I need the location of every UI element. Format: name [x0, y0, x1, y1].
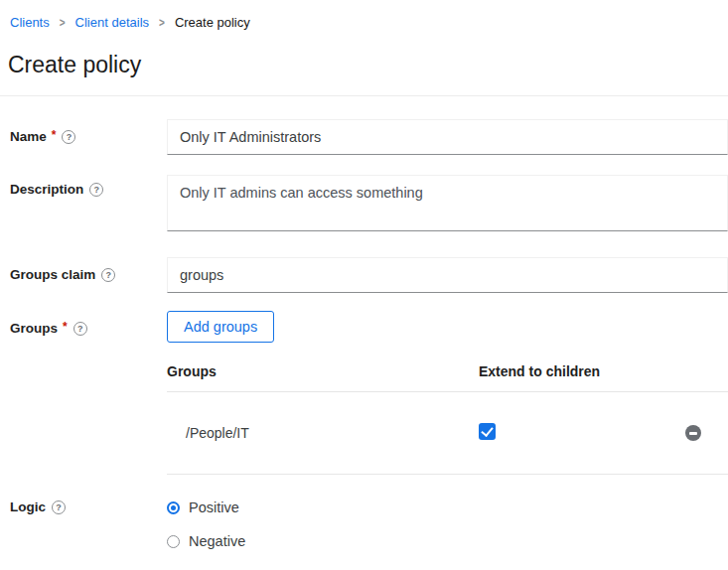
help-icon[interactable] — [89, 183, 103, 197]
name-label-group: Name * — [10, 127, 167, 147]
radio-unselected-icon[interactable] — [167, 535, 180, 548]
description-textarea[interactable]: Only IT admins can access something — [167, 175, 728, 231]
create-policy-page: Clients > Client details > Create policy… — [0, 0, 728, 570]
help-icon[interactable] — [73, 322, 87, 336]
groups-label-group: Groups * — [10, 311, 167, 339]
name-field-wrap — [167, 119, 728, 155]
name-input[interactable] — [167, 119, 728, 155]
groups-claim-field-wrap — [167, 257, 728, 293]
column-header-groups: Groups — [167, 351, 479, 391]
logic-row: Logic Positive Negative — [10, 498, 728, 551]
radio-negative[interactable]: Negative — [167, 531, 728, 551]
groups-claim-label-group: Groups claim — [10, 265, 167, 285]
description-label-group: Description — [10, 175, 167, 200]
page-title: Create policy — [8, 50, 728, 79]
title-divider — [0, 95, 728, 96]
group-path-cell: /People/IT — [167, 425, 479, 441]
help-icon[interactable] — [101, 268, 115, 282]
row-actions — [668, 425, 728, 441]
help-icon[interactable] — [62, 130, 75, 144]
column-header-extend: Extend to children — [479, 351, 668, 391]
breadcrumb-clients[interactable]: Clients — [10, 15, 50, 30]
groups-table: Groups Extend to children /People/IT — [167, 351, 728, 475]
logic-label: Logic — [10, 498, 46, 517]
groups-field-wrap: Add groups Groups Extend to children /Pe… — [167, 311, 728, 475]
breadcrumb-client-details[interactable]: Client details — [75, 15, 149, 30]
groups-row: Groups * Add groups Groups Extend to chi… — [10, 311, 728, 475]
chevron-right-icon: > — [159, 16, 165, 29]
description-label: Description — [10, 180, 83, 200]
extend-to-children-checkbox[interactable] — [479, 423, 496, 440]
groups-label: Groups — [10, 319, 58, 339]
groups-claim-row: Groups claim — [10, 257, 728, 293]
logic-label-group: Logic — [10, 498, 167, 517]
breadcrumb-create-policy: Create policy — [175, 15, 250, 30]
radio-selected-icon[interactable] — [167, 501, 180, 514]
breadcrumb: Clients > Client details > Create policy — [0, 0, 728, 30]
logic-field-wrap: Positive Negative — [167, 498, 728, 551]
logic-radio-group: Positive Negative — [167, 498, 728, 551]
help-icon[interactable] — [52, 500, 66, 514]
chevron-right-icon: > — [60, 16, 66, 29]
table-row: /People/IT — [167, 392, 728, 475]
radio-positive[interactable]: Positive — [167, 498, 728, 517]
groups-table-header: Groups Extend to children — [167, 351, 728, 392]
required-asterisk: * — [63, 317, 68, 337]
extend-cell — [479, 423, 668, 443]
description-row: Description Only IT admins can access so… — [10, 175, 728, 234]
radio-positive-label: Positive — [189, 499, 239, 515]
add-groups-button[interactable]: Add groups — [167, 311, 274, 343]
groups-claim-label: Groups claim — [10, 265, 95, 285]
groups-claim-input[interactable] — [167, 257, 728, 293]
remove-group-icon[interactable] — [685, 425, 701, 441]
required-asterisk: * — [52, 125, 57, 145]
radio-negative-label: Negative — [189, 533, 245, 549]
description-field-wrap: Only IT admins can access something — [167, 175, 728, 234]
name-label: Name — [10, 127, 47, 147]
name-row: Name * — [10, 119, 728, 155]
create-policy-form: Name * Description Only IT admins can ac… — [0, 119, 728, 551]
